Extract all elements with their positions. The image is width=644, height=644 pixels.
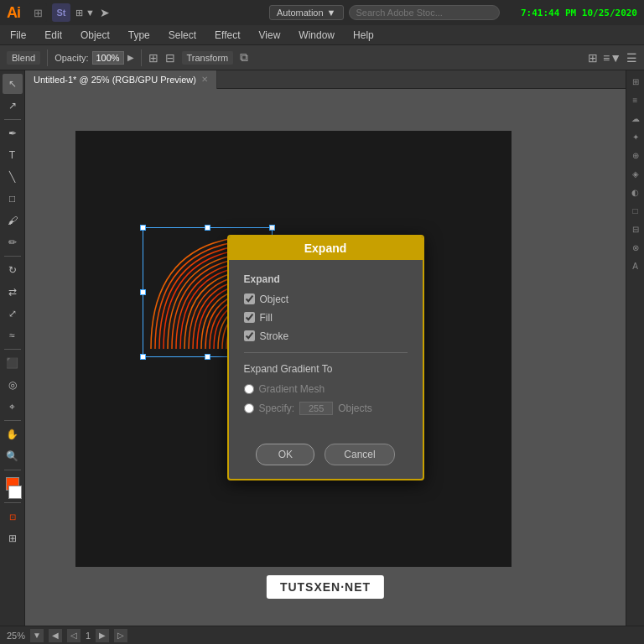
illustrator-icon: ⊞ bbox=[29, 3, 47, 22]
expand-dialog: Expand Expand Object Fill bbox=[227, 235, 424, 480]
opacity-arrow[interactable]: ▶ bbox=[127, 53, 134, 62]
menu-bar: File Edit Object Type Select Effect View… bbox=[0, 25, 644, 45]
warp-tool[interactable]: ≈ bbox=[3, 325, 23, 345]
scale-tool[interactable]: ⤢ bbox=[3, 304, 23, 324]
specify-radio[interactable] bbox=[244, 403, 254, 413]
tool-separator bbox=[4, 119, 21, 120]
menu-type[interactable]: Type bbox=[125, 28, 153, 43]
top-bar: Ai ⊞ St ⊞ ▼ ➤ Automation ▼ 7:41:44 PM 10… bbox=[0, 0, 644, 25]
tool-separator-4 bbox=[4, 420, 21, 421]
align-panel-btn[interactable]: ⊟ bbox=[628, 221, 643, 236]
libraries-panel-btn[interactable]: ☁ bbox=[628, 111, 643, 126]
tab-label: Untitled-1* @ 25% (RGB/GPU Preview) bbox=[34, 75, 196, 85]
main-layout: ↖ ↗ ✒ T ╲ □ 🖌 ✏ ↻ ⇄ ⤢ ≈ ⬛ ◎ ⌖ ✋ 🔍 ⊡ ⊞ bbox=[0, 70, 644, 626]
type-tool[interactable]: T bbox=[3, 145, 23, 165]
arrange-icon[interactable]: ⊞ bbox=[588, 51, 598, 65]
pathfinder-panel-btn[interactable]: ⊗ bbox=[628, 240, 643, 255]
send-icon: ➤ bbox=[100, 6, 113, 19]
menu-view[interactable]: View bbox=[256, 28, 284, 43]
properties-panel-btn[interactable]: ≡ bbox=[628, 92, 643, 107]
align-panel-icon[interactable]: ≡▼ bbox=[603, 51, 621, 65]
rect-tool[interactable]: □ bbox=[3, 189, 23, 209]
tool-separator-5 bbox=[4, 470, 21, 470]
menu-file[interactable]: File bbox=[7, 28, 29, 43]
next-page-btn[interactable]: ▶ bbox=[96, 629, 109, 642]
workspace-switcher[interactable]: ⊞ ▼ bbox=[75, 8, 95, 18]
zoom-down-btn[interactable]: ▼ bbox=[30, 629, 44, 642]
cancel-button[interactable]: Cancel bbox=[325, 444, 394, 465]
document-tab[interactable]: Untitled-1* @ 25% (RGB/GPU Preview) ✕ bbox=[25, 70, 217, 89]
prev-page-btn[interactable]: ◀ bbox=[49, 629, 62, 642]
color-selector[interactable] bbox=[3, 477, 22, 499]
stroke-checkbox-row: Stroke bbox=[244, 330, 408, 342]
align-icon[interactable]: ⊞ bbox=[148, 51, 158, 65]
blend-tool[interactable]: ◎ bbox=[3, 375, 23, 395]
tab-close-button[interactable]: ✕ bbox=[201, 75, 208, 84]
object-label: Object bbox=[260, 293, 289, 305]
stroke-checkbox[interactable] bbox=[244, 330, 255, 341]
panel-icon[interactable]: ☰ bbox=[626, 51, 637, 65]
brushes-panel-btn[interactable]: ⊕ bbox=[628, 148, 643, 163]
transform-panel-btn[interactable]: □ bbox=[628, 203, 643, 218]
tool-separator-2 bbox=[4, 256, 21, 257]
pencil-tool[interactable]: ✏ bbox=[3, 232, 23, 252]
app-logo: Ai bbox=[7, 4, 20, 22]
left-toolbar: ↖ ↗ ✒ T ╲ □ 🖌 ✏ ↻ ⇄ ⤢ ≈ ⬛ ◎ ⌖ ✋ 🔍 ⊡ ⊞ bbox=[0, 70, 25, 626]
type-panel-btn[interactable]: A bbox=[628, 258, 643, 273]
graph-tool[interactable]: ⬛ bbox=[3, 353, 23, 373]
select-tool[interactable]: ↖ bbox=[3, 74, 23, 94]
dialog-body: Expand Object Fill Stroke bbox=[229, 260, 423, 435]
canvas-container: Untitled-1* @ 25% (RGB/GPU Preview) ✕ bbox=[25, 70, 626, 626]
transform-icon[interactable]: ⧉ bbox=[240, 50, 248, 65]
direct-select-tool[interactable]: ↗ bbox=[3, 96, 23, 116]
reflect-tool[interactable]: ⇄ bbox=[3, 282, 23, 302]
gradient-mesh-radio[interactable] bbox=[244, 384, 254, 394]
grid-icon[interactable]: ⊟ bbox=[165, 51, 175, 65]
gradient-mesh-row: Gradient Mesh bbox=[244, 383, 408, 395]
blend-dropdown[interactable]: Blend bbox=[7, 51, 40, 65]
gradient-mesh-label: Gradient Mesh bbox=[259, 383, 325, 395]
toolbar-separator bbox=[47, 49, 48, 66]
canvas-area[interactable]: TUTSXEN·NET Expand Expand Object Fill bbox=[25, 89, 626, 626]
objects-label: Objects bbox=[338, 402, 372, 414]
specify-row: Specify: Objects bbox=[244, 402, 408, 415]
menu-window[interactable]: Window bbox=[295, 28, 338, 43]
fill-checkbox[interactable] bbox=[244, 312, 255, 323]
zoom-level: 25% bbox=[7, 631, 25, 641]
specify-input[interactable] bbox=[299, 402, 333, 415]
symbols-panel-btn[interactable]: ✦ bbox=[628, 129, 643, 144]
menu-edit[interactable]: Edit bbox=[41, 28, 65, 43]
fill-checkbox-row: Fill bbox=[244, 312, 408, 324]
automation-button[interactable]: Automation ▼ bbox=[269, 5, 344, 20]
first-page-btn[interactable]: ◁ bbox=[67, 629, 80, 642]
background-color[interactable] bbox=[8, 486, 22, 499]
menu-help[interactable]: Help bbox=[350, 28, 377, 43]
menu-select[interactable]: Select bbox=[165, 28, 200, 43]
search-input[interactable] bbox=[349, 5, 500, 20]
toolbar: Blend Opacity: ▶ ⊞ ⊟ Transform ⧉ ⊞ ≡▼ ☰ bbox=[0, 45, 644, 70]
object-checkbox[interactable] bbox=[244, 293, 255, 304]
layers-panel-btn[interactable]: ⊞ bbox=[628, 74, 643, 89]
clock-display: 7:41:44 PM 10/25/2020 bbox=[521, 8, 637, 18]
transform-button[interactable]: Transform bbox=[182, 51, 234, 65]
swatches-panel-btn[interactable]: ◈ bbox=[628, 166, 643, 181]
last-page-btn[interactable]: ▷ bbox=[114, 629, 127, 642]
hand-tool[interactable]: ✋ bbox=[3, 424, 23, 444]
dialog-buttons: OK Cancel bbox=[229, 435, 423, 479]
drawing-mode[interactable]: ⊡ bbox=[3, 506, 23, 527]
dialog-title: Expand bbox=[229, 236, 423, 260]
pen-tool[interactable]: ✒ bbox=[3, 123, 23, 143]
menu-object[interactable]: Object bbox=[77, 28, 113, 43]
menu-effect[interactable]: Effect bbox=[211, 28, 243, 43]
toolbar-separator-2 bbox=[141, 49, 142, 66]
zoom-tool[interactable]: 🔍 bbox=[3, 446, 23, 466]
line-tool[interactable]: ╲ bbox=[3, 167, 23, 187]
ok-button[interactable]: OK bbox=[256, 444, 314, 465]
color-panel-btn[interactable]: ◐ bbox=[628, 184, 643, 200]
opacity-input[interactable] bbox=[92, 51, 124, 65]
eyedropper-tool[interactable]: ⌖ bbox=[3, 397, 23, 417]
opacity-control: Opacity: ▶ bbox=[55, 51, 133, 65]
screen-mode[interactable]: ⊞ bbox=[3, 528, 23, 548]
rotate-tool[interactable]: ↻ bbox=[3, 260, 23, 280]
paintbrush-tool[interactable]: 🖌 bbox=[3, 210, 23, 231]
